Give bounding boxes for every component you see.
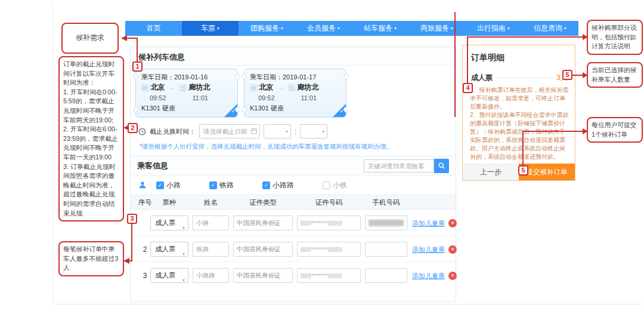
waitlist-train-panel: 候补列车信息 乘车日期：2019-01-16 始北京 → 过廊坊北 09:521… [130,47,456,301]
cert-number-input[interactable] [297,268,361,283]
chevron-down-icon: ▾ [182,247,185,261]
checkbox-label: 小路路 [273,180,294,190]
add-child-ticket-link[interactable]: 添加儿童票 [412,263,445,288]
checkbox-label: 铁路 [219,180,234,190]
times: 09:5211:01 [250,93,340,103]
delete-passenger-icon[interactable]: ✕ [448,219,457,227]
ride-date: 乘车日期：2019-01-16 [141,72,232,82]
nav-item-member-services[interactable]: 会员服务▾ [295,21,352,36]
annotation-badge-2: 2 [128,123,138,133]
col-header-cert-type: 证件类型 [233,195,293,210]
delete-passenger-icon[interactable]: ✕ [448,272,457,280]
passenger-checkbox-4[interactable]: 小铁 [323,180,347,190]
ticket-type-select[interactable]: 成人票▾ [150,268,188,283]
chevron-down-icon: ▾ [281,26,283,31]
pass-tag: 过 [179,84,187,91]
checkbox-checked-icon: ✓ [156,181,164,189]
passenger-checkbox-1[interactable]: ✓小路 [156,180,181,190]
times: 09:5211:01 [141,93,232,103]
origin-tag: 始 [250,84,258,91]
nav-item-home[interactable]: 首页 [125,21,182,36]
checkbox-checked-icon: ✓ [262,181,270,189]
search-button[interactable] [434,159,449,173]
top-navigation: 首页 车票▾ 团购服务▾ 会员服务▾ 站车服务▾ 商旅服务▾ 出行指南▾ 信息查… [125,21,578,36]
pass-tag: 过 [288,84,296,91]
nav-label: 信息查询 [534,23,562,33]
annotation-badge-5-submit: 5 [518,165,528,175]
order-notes: 1、候补购票订单生效后，相关候补需求不可修改，如需变更，可终止订单后重新操作。 … [470,86,570,161]
col-header-cert-no: 证件号码 [297,195,361,210]
deadline-label: 截止兑换时间： [150,127,196,136]
redemption-deadline-row: 截止兑换时间： ▾ : ▾ [138,124,327,139]
cert-type-input[interactable] [233,268,293,283]
phone-input[interactable] [365,242,407,257]
train-card-1[interactable]: 乘车日期：2019-01-16 始北京 → 过廊坊北 09:5211:01 K1… [135,69,238,118]
phone-input[interactable] [365,215,407,230]
annotation-note-waitlist-demand: 候补需求 [61,23,119,54]
cert-number-input[interactable] [297,242,361,257]
nav-item-info-query[interactable]: 信息查询▾ [522,21,578,36]
nav-item-tickets[interactable]: 车票▾ [182,21,239,36]
route: 始北京 → 过廊坊北 [141,82,232,93]
ticket-type-select[interactable]: 成人票▾ [150,215,188,230]
page-left-border [52,4,53,304]
calendar-icon [250,127,258,135]
chevron-down-icon: ▾ [182,273,185,287]
nav-item-travel-guide[interactable]: 出行指南▾ [465,21,522,36]
order-detail-panel: 订单明细 成人票 3人 1、候补购票订单生效后，相关候补需求不可修改，如需变更，… [462,45,575,181]
passenger-row-3: 3 成人票▾ 添加儿童票 ✕ [131,263,456,288]
name-input[interactable] [193,268,229,283]
ticket-notch [235,107,240,112]
nav-label: 车票 [201,23,215,33]
nav-item-business-travel[interactable]: 商旅服务▾ [408,21,465,36]
add-child-ticket-link[interactable]: 添加儿童票 [412,237,445,262]
order-item-row: 成人票 3人 [471,73,568,83]
page-bottom-border [52,304,643,304]
deadline-hour-select[interactable]: ▾ [264,124,291,138]
train-seat: K1301 硬座 [141,103,232,113]
arrow-right-icon: → [278,84,284,91]
cert-type-input[interactable] [233,242,293,257]
ticket-notch [235,74,240,79]
name-input[interactable] [193,215,229,230]
nav-item-group-services[interactable]: 团购服务▾ [239,21,295,36]
clock-icon [138,128,146,136]
annotation-badge-4: 4 [463,83,473,93]
ticket-notch [242,74,247,79]
ticket-notch [133,107,138,112]
back-button[interactable]: 上一步 [463,164,519,180]
cert-number-input[interactable] [297,215,361,230]
col-header-name: 姓名 [193,195,229,210]
ticket-type-select[interactable]: 成人票▾ [150,242,188,257]
chevron-down-icon: ▾ [564,26,566,31]
passenger-row-2: 2 成人票▾ 添加儿童票 ✕ [131,237,456,262]
add-child-ticket-link[interactable]: 添加儿童票 [412,211,445,236]
order-detail-title: 订单明细 [463,45,575,63]
deadline-minute-select[interactable]: ▾ [300,124,327,138]
ticket-notch [133,74,138,79]
passenger-checkbox-2[interactable]: ✓铁路 [209,180,234,190]
chevron-down-icon: ▾ [338,26,340,31]
search-icon [438,162,445,170]
saved-passenger-checkboxes: ✓小路 ✓铁路 ✓小路路 小铁 [138,177,376,193]
delete-passenger-icon[interactable]: ✕ [448,245,457,254]
route: 始北京 → 过廊坊北 [250,82,340,93]
nav-label: 首页 [147,23,161,33]
chevron-down-icon: ▾ [451,26,453,31]
passenger-search-input[interactable] [364,159,434,173]
train-info-title: 候补列车信息 [138,53,185,61]
origin-tag: 始 [141,84,149,91]
deadline-hint-text: *请您根据个人出行安排，选择兑现截止时间，兑现成功的车票退改签规则按现有规则办理… [140,143,392,151]
checkbox-label: 小路 [166,180,181,190]
checkbox-label: 小铁 [333,180,347,190]
name-input[interactable] [193,242,229,257]
nav-item-station-services[interactable]: 站车服务▾ [352,21,408,36]
ticket-notch [242,107,247,112]
cert-type-input[interactable] [233,215,293,230]
passenger-checkbox-3[interactable]: ✓小路路 [262,180,294,190]
checkbox-unchecked-icon [323,181,330,189]
train-card-2[interactable]: 乘车日期：2019-01-17 始北京 → 过廊坊北 09:5211:01 K1… [244,69,346,118]
phone-input[interactable] [365,268,407,283]
passenger-row-1: 成人票▾ 添加儿童票 ✕ [131,211,456,236]
annotation-note-max-passengers: 每笔候补订单中乘车人最多不能超过3人 [58,241,124,276]
